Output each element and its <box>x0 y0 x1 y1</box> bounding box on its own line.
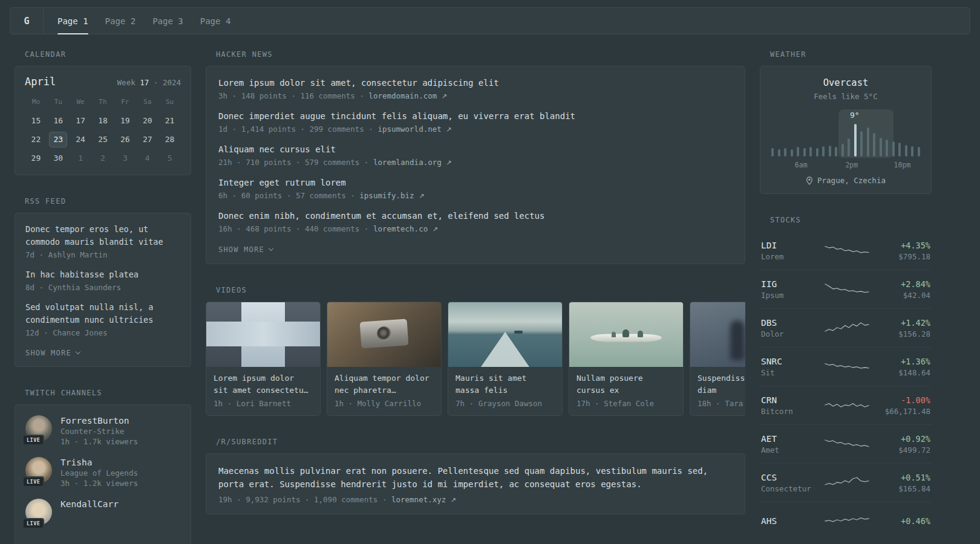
stock-price: $165.84 <box>870 484 930 493</box>
stock-name: Dolor <box>761 329 824 338</box>
hn-story-title[interactable]: Lorem ipsum dolor sit amet, consectetur … <box>218 77 733 89</box>
stock-ticker: LDI <box>761 241 824 250</box>
stock-change: +4.35% <box>870 241 930 250</box>
temperature-bar <box>778 149 780 157</box>
stock-row[interactable]: CRN Bitcorn -1.00% $66,171.48 <box>760 386 932 425</box>
stock-price: $42.04 <box>870 291 930 300</box>
hn-item: Donec imperdiet augue tincidunt felis al… <box>218 110 733 134</box>
hn-domain-link[interactable]: loremdomain.com ↗ <box>368 91 447 100</box>
hn-meta-text: 3h · 148 points · 116 comments · <box>218 91 364 100</box>
video-title: Lorem ipsum dolor sit amet consectetu… <box>206 367 320 397</box>
stock-row[interactable]: AET Amet +0.92% $499.72 <box>760 425 932 464</box>
stock-row[interactable]: AHS +0.46% <box>760 502 932 541</box>
current-temperature-label: 9° <box>850 111 860 120</box>
rss-item-meta: 8d · Cynthia Saunders <box>25 283 180 292</box>
stock-sparkline-chart <box>824 359 870 375</box>
weekday-label: Fr <box>114 94 136 111</box>
hn-story-meta: 21h · 710 points · 579 comments · loreml… <box>218 158 733 167</box>
twitch-channel[interactable]: LIVE Trisha League of Legends 3h · 1.2k … <box>25 457 180 488</box>
stock-row[interactable]: CCS Consectetur +0.51% $165.84 <box>760 464 932 502</box>
rss-item-title[interactable]: In hac habitasse platea <box>25 268 180 281</box>
hn-domain-link[interactable]: ipsumify.biz ↗ <box>359 191 424 200</box>
stock-row[interactable]: LDI Lorem +4.35% $795.18 <box>760 232 932 270</box>
hn-item: Aliquam nec cursus elit 21h · 710 points… <box>218 143 733 167</box>
hn-meta-text: 6h · 60 points · 57 comments · <box>218 191 355 200</box>
tab-page-2[interactable]: Page 2 <box>105 8 136 34</box>
temperature-bar <box>873 133 875 157</box>
video-thumbnail <box>206 302 320 367</box>
app-logo[interactable]: G <box>10 8 44 34</box>
tab-page-1[interactable]: Page 1 <box>57 8 88 34</box>
twitch-channel[interactable]: LIVE ForrestBurton Counter-Strike 1h · 1… <box>25 415 180 446</box>
video-card[interactable]: Mauris sit amet massa felis 7h · Grayson… <box>448 302 563 416</box>
video-thumbnail <box>569 302 683 367</box>
tab-page-4[interactable]: Page 4 <box>200 8 231 34</box>
calendar-card: April Week 17 · 2024 Mo Tu We Th Fr Sa S… <box>15 66 191 175</box>
hourly-temperature-chart: 9° 6am 2pm 10pm <box>771 109 920 170</box>
hn-story-meta: 16h · 468 points · 440 comments · loremt… <box>218 224 733 233</box>
hn-story-title[interactable]: Donec enim nibh, condimentum et accumsan… <box>218 210 733 222</box>
rss-item-title[interactable]: Sed volutpat nulla nisl, a condimentum n… <box>25 301 180 326</box>
stock-row[interactable]: SNRC Sit +1.36% $148.64 <box>760 348 932 386</box>
stock-values: +1.36% $148.64 <box>870 357 930 377</box>
hn-domain-link[interactable]: loremtech.co ↗ <box>373 224 438 233</box>
stock-sparkline-chart <box>824 514 870 529</box>
video-card[interactable]: Aliquam tempor dolor nec pharetra… 1h · … <box>327 302 442 416</box>
stock-ticker: DBS <box>761 318 824 328</box>
channel-name: KendallCarr <box>60 499 119 509</box>
subreddit-meta-text: 19h · 9,932 points · 1,090 comments · <box>218 495 387 504</box>
rss-item-meta: 7d · Ashlyn Martin <box>25 250 180 259</box>
calendar-day: 28 <box>158 130 181 149</box>
video-card[interactable]: Lorem ipsum dolor sit amet consectetu… 1… <box>206 302 321 416</box>
stock-values: +0.92% $499.72 <box>870 434 930 455</box>
calendar-widget: CALENDAR April Week 17 · 2024 Mo Tu We T… <box>15 50 191 175</box>
temperature-bar <box>892 141 895 157</box>
calendar-day: 21 <box>158 111 181 130</box>
temperature-bars <box>771 124 920 157</box>
subreddit-post-title[interactable]: Maecenas mollis pulvinar erat non posuer… <box>218 464 733 491</box>
subreddit-domain-link[interactable]: loremnet.xyz ↗ <box>391 495 456 504</box>
time-label: 2pm <box>845 161 858 169</box>
stock-values: +1.42% $156.28 <box>870 318 930 338</box>
twitch-channel[interactable]: LIVE KendallCarr <box>25 499 180 525</box>
stock-row[interactable]: IIG Ipsum +2.84% $42.04 <box>760 270 932 309</box>
calendar-month: April <box>25 76 56 88</box>
hn-show-more-button[interactable]: SHOW MORE <box>218 245 273 254</box>
external-link-icon: ↗ <box>446 159 451 167</box>
external-link-icon: ↗ <box>451 496 456 504</box>
calendar-day: 26 <box>114 130 136 149</box>
hn-story-meta: 1d · 1,414 points · 299 comments · ipsum… <box>218 125 733 134</box>
rss-item-title[interactable]: Donec tempor eros leo, ut commodo mauris… <box>25 223 180 248</box>
hn-domain-link[interactable]: ipsumworld.net ↗ <box>377 125 451 134</box>
stock-values: +2.84% $42.04 <box>870 279 930 300</box>
calendar-day: 16 <box>47 111 70 130</box>
video-card[interactable]: Nullam posuere cursus ex 17h · Stefan Co… <box>569 302 684 416</box>
stock-info: IIG Ipsum <box>761 279 824 300</box>
stock-name: Bitcorn <box>761 407 824 416</box>
hacker-news-card: Lorem ipsum dolor sit amet, consectetur … <box>206 66 745 264</box>
hn-story-title[interactable]: Integer eget rutrum lorem <box>218 176 733 189</box>
external-link-icon: ↗ <box>433 225 438 233</box>
stock-sparkline-chart <box>824 475 870 491</box>
stock-change: -1.00% <box>870 395 930 405</box>
rss-item: Donec tempor eros leo, ut commodo mauris… <box>25 223 180 259</box>
stocks-list: LDI Lorem +4.35% $795.18 IIG Ipsum <box>760 232 932 541</box>
tab-page-3[interactable]: Page 3 <box>152 8 183 34</box>
stock-row[interactable]: DBS Dolor +1.42% $156.28 <box>760 309 932 348</box>
calendar-day: 20 <box>136 111 158 130</box>
hn-story-title[interactable]: Aliquam nec cursus elit <box>218 143 733 156</box>
weather-widget: WEATHER Overcast Feels like 5°C 9° 6am 2… <box>760 50 932 194</box>
weekday-label: Mo <box>25 94 47 111</box>
weekday-label: Th <box>92 94 114 111</box>
video-card[interactable]: Suspendisse diam 18h · Tara <box>690 302 745 416</box>
temperature-bar <box>829 146 831 157</box>
calendar-day-next-month: 4 <box>136 149 158 167</box>
hn-story-title[interactable]: Donec imperdiet augue tincidunt felis al… <box>218 110 733 123</box>
rss-card: Donec tempor eros leo, ut commodo mauris… <box>15 213 191 367</box>
rss-item: In hac habitasse platea 8d · Cynthia Sau… <box>25 268 180 292</box>
stock-ticker: AHS <box>761 516 824 526</box>
rss-show-more-button[interactable]: SHOW MORE <box>25 349 80 357</box>
hn-domain-link[interactable]: loremlandia.org ↗ <box>373 158 452 167</box>
calendar-day: 22 <box>25 130 47 149</box>
stock-info: SNRC Sit <box>761 357 824 377</box>
